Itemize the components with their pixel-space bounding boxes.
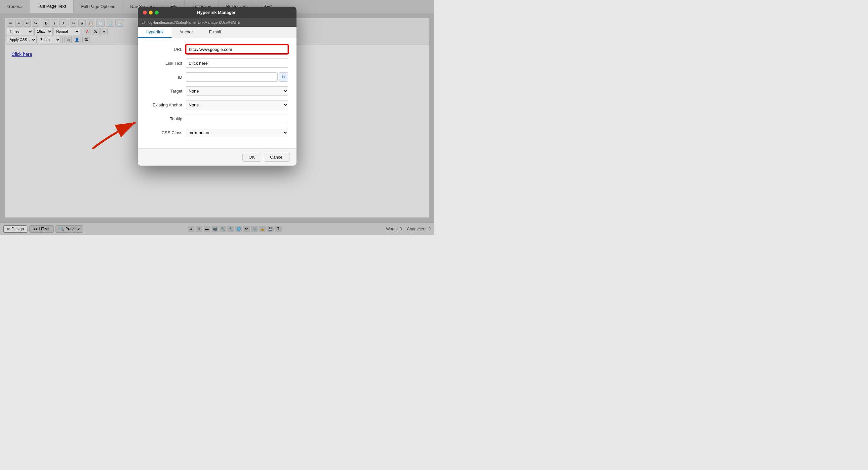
- id-refresh-btn[interactable]: ↻: [279, 72, 288, 82]
- id-field-group: ↻: [186, 72, 288, 82]
- form-row-link-text: Link Text: [146, 59, 288, 68]
- url-input[interactable]: [186, 44, 288, 54]
- modal-tab-anchor[interactable]: Anchor: [172, 27, 201, 38]
- target-select[interactable]: None: [186, 86, 288, 96]
- css-class-select[interactable]: mrm-button: [186, 128, 288, 137]
- modal-body: URL Link Text ID ↻ Target: [138, 38, 297, 148]
- hyperlink-manager-modal: Hyperlink Manager ⇄ logHandler.aspx?Dial…: [138, 7, 297, 165]
- form-row-url: URL: [146, 44, 288, 54]
- form-row-id: ID ↻: [146, 72, 288, 82]
- form-row-existing-anchor: Existing Anchor None: [146, 100, 288, 109]
- target-label: Target: [146, 89, 182, 94]
- url-icon: ⇄: [142, 20, 145, 25]
- form-row-target: Target None: [146, 86, 288, 96]
- existing-anchor-select[interactable]: None: [186, 100, 288, 109]
- refresh-icon: ↻: [282, 74, 286, 80]
- link-text-input[interactable]: [186, 59, 288, 68]
- id-input[interactable]: [186, 72, 278, 82]
- modal-tab-bar: Hyperlink Anchor E-mail: [138, 27, 297, 38]
- modal-overlay: Hyperlink Manager ⇄ logHandler.aspx?Dial…: [0, 0, 434, 235]
- link-text-label: Link Text: [146, 61, 182, 66]
- modal-urlbar: ⇄ logHandler.aspx?DialogName=LinkManager…: [138, 18, 297, 27]
- modal-footer: OK Cancel: [138, 148, 297, 165]
- id-label: ID: [146, 75, 182, 80]
- modal-titlebar: Hyperlink Manager: [138, 7, 297, 18]
- modal-tab-hyperlink[interactable]: Hyperlink: [138, 27, 172, 38]
- modal-title: Hyperlink Manager: [142, 10, 291, 15]
- url-label: URL: [146, 47, 182, 52]
- modal-url-text: logHandler.aspx?DialogName=LinkManager&U…: [148, 21, 240, 25]
- tooltip-label: Tooltip: [146, 116, 182, 121]
- cancel-button[interactable]: Cancel: [264, 153, 289, 162]
- css-class-label: CSS Class: [146, 130, 182, 135]
- existing-anchor-label: Existing Anchor: [146, 102, 182, 107]
- form-row-css-class: CSS Class mrm-button: [146, 128, 288, 137]
- ok-button[interactable]: OK: [242, 153, 261, 162]
- modal-tab-email[interactable]: E-mail: [201, 27, 229, 38]
- form-row-tooltip: Tooltip: [146, 114, 288, 123]
- tooltip-input[interactable]: [186, 114, 288, 123]
